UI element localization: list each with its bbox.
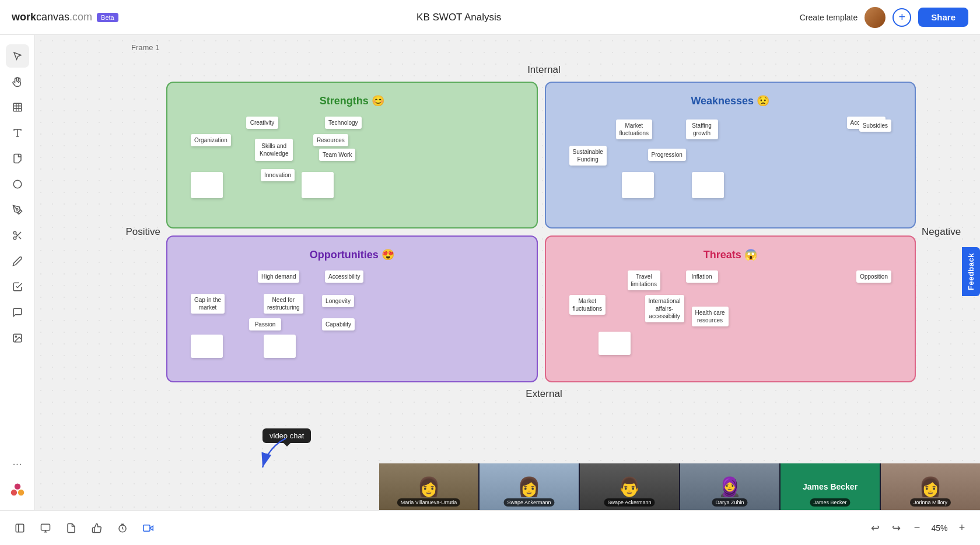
note-capability[interactable]: Capability bbox=[322, 318, 355, 330]
note-passion[interactable]: Passion bbox=[249, 318, 281, 330]
note-s2[interactable] bbox=[302, 172, 334, 198]
swot-middle: Positive Strengths 😊 Creativity Technolo… bbox=[125, 82, 963, 382]
svg-rect-20 bbox=[41, 524, 50, 530]
more-tools-button[interactable]: ··· bbox=[12, 457, 22, 470]
comment-tool[interactable] bbox=[6, 301, 29, 324]
note-o1[interactable] bbox=[191, 335, 223, 358]
share-button[interactable]: Share bbox=[918, 8, 968, 27]
note-teamwork[interactable]: Team Work bbox=[319, 149, 355, 161]
note-market-t[interactable]: Marketfluctuations bbox=[569, 295, 606, 315]
avatar[interactable] bbox=[864, 7, 886, 28]
video-tile-4[interactable]: 🧕 Darya Zuhin bbox=[680, 463, 779, 510]
topbar: workcanvas.com Beta KB SWOT Analysis Cre… bbox=[0, 0, 980, 35]
brand-icon bbox=[6, 477, 29, 501]
note-innovation[interactable]: Innovation bbox=[261, 169, 295, 181]
axis-internal-label: Internal bbox=[125, 64, 963, 76]
checklist-tool[interactable] bbox=[6, 275, 29, 298]
like-button[interactable] bbox=[86, 518, 107, 539]
shape-tool[interactable] bbox=[6, 173, 29, 196]
weaknesses-notes: Accessibility Marketfluctuations Staffin… bbox=[558, 117, 904, 216]
sticky-note-tool[interactable] bbox=[6, 147, 29, 170]
left-sidebar: ··· bbox=[0, 35, 35, 510]
svg-point-7 bbox=[13, 231, 16, 234]
svg-rect-0 bbox=[13, 103, 22, 111]
zoom-out-button[interactable]: − bbox=[908, 519, 926, 537]
note-gap-market[interactable]: Gap in themarket bbox=[191, 294, 225, 314]
note-resources[interactable]: Resources bbox=[313, 134, 348, 146]
add-button[interactable]: + bbox=[892, 8, 911, 27]
video-tile-3[interactable]: 👨 Swape Ackermann bbox=[580, 463, 679, 510]
feedback-button[interactable]: Feedback bbox=[962, 247, 980, 296]
note-o2[interactable] bbox=[264, 335, 296, 358]
frame-tool[interactable] bbox=[6, 96, 29, 119]
note-longevity[interactable]: Longevity bbox=[322, 295, 354, 307]
strengths-notes: Creativity Technology Organization Skill… bbox=[179, 117, 525, 216]
note-w2[interactable] bbox=[692, 172, 724, 198]
note-organization[interactable]: Organization bbox=[191, 134, 231, 146]
svg-line-11 bbox=[16, 234, 18, 235]
note-inflation[interactable]: Inflation bbox=[686, 270, 718, 283]
svg-marker-24 bbox=[150, 526, 153, 530]
note-technology[interactable]: Technology bbox=[325, 117, 362, 129]
note-high-demand[interactable]: High demand bbox=[258, 270, 299, 283]
select-tool[interactable] bbox=[6, 44, 29, 68]
pencil-tool[interactable] bbox=[6, 249, 29, 273]
beta-badge: Beta bbox=[97, 13, 118, 22]
axis-negative-label: Negative bbox=[916, 82, 963, 382]
note-skills[interactable]: Skills andKnowledge bbox=[255, 139, 293, 161]
cut-tool[interactable] bbox=[6, 224, 29, 247]
note-healthcare[interactable]: Health careresources bbox=[692, 307, 729, 326]
image-tool[interactable] bbox=[6, 326, 29, 350]
note-accessibility-o[interactable]: Accessibility bbox=[325, 270, 363, 283]
video-chat-tooltip: video chat bbox=[262, 428, 311, 443]
weaknesses-title: Weaknesses 😟 bbox=[558, 94, 904, 107]
undo-button[interactable]: ↩ bbox=[866, 519, 884, 537]
swot-container: Internal Positive Strengths 😊 Creativity… bbox=[125, 64, 963, 475]
note-international[interactable]: Internationalaffairs-accessibility bbox=[645, 295, 684, 322]
video-tile-2[interactable]: 👩 Swape Ackermann bbox=[480, 463, 579, 510]
note-staffing[interactable]: Staffinggrowth bbox=[686, 119, 718, 139]
note-s1[interactable] bbox=[191, 172, 223, 198]
present-button[interactable] bbox=[35, 518, 56, 539]
redo-button[interactable]: ↪ bbox=[887, 519, 905, 537]
video-name-5: James Becker bbox=[810, 498, 850, 507]
threats-quadrant[interactable]: Threats 😱 Travellimitations Inflation Op… bbox=[545, 235, 916, 382]
document-button[interactable] bbox=[61, 518, 82, 539]
note-travel[interactable]: Travellimitations bbox=[628, 270, 660, 290]
note-subsidies[interactable]: Subsidies bbox=[859, 119, 891, 132]
opportunities-quadrant[interactable]: Opportunities 😍 High demand Accessibilit… bbox=[166, 235, 538, 382]
axis-external-label: External bbox=[125, 388, 963, 400]
sidebar-toggle-button[interactable] bbox=[9, 518, 30, 539]
note-t1[interactable] bbox=[598, 332, 631, 355]
video-button[interactable] bbox=[138, 518, 159, 539]
video-name-3: Swape Ackermann bbox=[604, 498, 654, 507]
create-template-button[interactable]: Create template bbox=[800, 13, 858, 22]
svg-point-14 bbox=[10, 490, 16, 495]
note-market-w[interactable]: Marketfluctuations bbox=[616, 119, 653, 139]
video-tile-1[interactable]: 👩 Maria Villanueva-Urrutia bbox=[379, 463, 478, 510]
note-creativity[interactable]: Creativity bbox=[246, 117, 278, 129]
zoom-level: 45% bbox=[929, 523, 950, 533]
canvas-area[interactable]: Frame 1 Internal Positive Strengths 😊 Cr… bbox=[35, 35, 980, 510]
page-title: KB SWOT Analysis bbox=[416, 12, 501, 23]
note-restructuring[interactable]: Need forrestructuring bbox=[264, 294, 303, 314]
note-w1[interactable] bbox=[622, 172, 654, 198]
strengths-quadrant[interactable]: Strengths 😊 Creativity Technology Organi… bbox=[166, 82, 538, 228]
video-tile-5[interactable]: James Becker James Becker bbox=[780, 463, 880, 510]
svg-point-6 bbox=[16, 209, 18, 210]
topbar-left: workcanvas.com Beta bbox=[12, 11, 118, 23]
timer-button[interactable] bbox=[112, 518, 133, 539]
note-sustainable[interactable]: SustainableFunding bbox=[569, 146, 607, 166]
pen-tool[interactable] bbox=[6, 198, 29, 221]
note-progression[interactable]: Progression bbox=[648, 149, 686, 161]
hand-tool[interactable] bbox=[6, 70, 29, 93]
svg-point-16 bbox=[14, 483, 20, 489]
text-tool[interactable] bbox=[6, 121, 29, 145]
strengths-title: Strengths 😊 bbox=[179, 94, 525, 107]
threats-notes: Travellimitations Inflation Opposition M… bbox=[558, 270, 904, 370]
svg-rect-18 bbox=[16, 524, 24, 532]
zoom-in-button[interactable]: + bbox=[953, 519, 971, 537]
note-opposition[interactable]: Opposition bbox=[856, 270, 891, 283]
weaknesses-quadrant[interactable]: Weaknesses 😟 Accessibility Marketfluctua… bbox=[545, 82, 916, 228]
video-tile-6[interactable]: 👩 Jorinna Millory bbox=[881, 463, 980, 510]
